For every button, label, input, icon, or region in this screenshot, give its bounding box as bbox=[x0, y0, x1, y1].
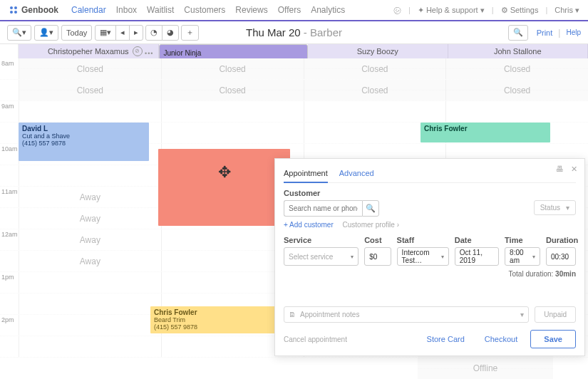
search-icon[interactable]: 🔍 bbox=[362, 200, 379, 217]
svg-point-3 bbox=[14, 11, 17, 14]
gauge1-button[interactable]: ◔ bbox=[145, 25, 163, 41]
customer-search-input[interactable] bbox=[284, 200, 362, 217]
add-button[interactable]: ＋ bbox=[181, 25, 199, 41]
calendar-view-button[interactable]: ▦▾ bbox=[95, 25, 116, 41]
service-select[interactable]: Select service▾ bbox=[284, 247, 359, 266]
event-fowler-2[interactable]: Chris Fowler Beard Trim (415) 557 9878 bbox=[150, 306, 275, 333]
nav-waitlist[interactable]: Waitlist bbox=[147, 5, 174, 15]
svg-point-0 bbox=[10, 6, 13, 9]
time-label: 8am bbox=[0, 58, 19, 79]
print-icon[interactable]: 🖶 bbox=[556, 165, 564, 174]
nav-links: Calendar Inbox Waitlist Customers Review… bbox=[71, 5, 345, 15]
settings-link[interactable]: ⚙ Settings bbox=[501, 6, 539, 15]
event-dragging[interactable]: ✥ bbox=[158, 149, 290, 226]
appointment-panel: 🖶 ✕ Appointment Advanced Customer 🔍 Stat… bbox=[274, 158, 585, 356]
genbook-logo-icon bbox=[9, 5, 19, 15]
status-dropdown[interactable]: Status▾ bbox=[534, 200, 576, 215]
date-input[interactable]: Oct 11, 2019 bbox=[455, 247, 499, 266]
time-label: 1pm bbox=[0, 272, 19, 293]
nav-customers[interactable]: Customers bbox=[184, 5, 225, 15]
calendar-toolbar: 🔍▾ 👤▾ Today ▦▾ ◂ ▸ ◔ ◕ ＋ Thu Mar 20 - Ba… bbox=[0, 21, 588, 44]
nav-offers[interactable]: Offers bbox=[278, 5, 301, 15]
move-cursor-icon: ✥ bbox=[218, 163, 231, 182]
user-menu[interactable]: Chris ▾ bbox=[555, 6, 579, 15]
staff-header[interactable]: Christopeher Maxamus⊘••• bbox=[19, 44, 159, 58]
brand-logo[interactable]: Genbook bbox=[9, 5, 58, 15]
tab-appointment[interactable]: Appointment bbox=[284, 166, 328, 183]
customer-label: Customer bbox=[284, 189, 576, 197]
next-button[interactable]: ▸ bbox=[129, 25, 143, 41]
time-label: 9am bbox=[0, 101, 19, 122]
add-customer-link[interactable]: + Add customer bbox=[284, 221, 334, 229]
prev-button[interactable]: ◂ bbox=[115, 25, 130, 41]
unpaid-button[interactable]: Unpaid bbox=[535, 306, 576, 323]
top-nav: Genbook Calendar Inbox Waitlist Customer… bbox=[0, 0, 588, 21]
tab-advanced[interactable]: Advanced bbox=[339, 166, 374, 182]
help-support-link[interactable]: ✦ Help & support ▾ bbox=[418, 6, 485, 15]
total-duration: Total duration: 30min bbox=[284, 270, 576, 278]
search-button[interactable]: 🔍 bbox=[508, 25, 528, 41]
time-label: 12am bbox=[0, 229, 19, 250]
help-link[interactable]: Help bbox=[566, 28, 581, 36]
nav-analytics[interactable]: Analytics bbox=[311, 5, 345, 15]
close-icon[interactable]: ✕ bbox=[571, 165, 577, 174]
time-select[interactable]: 8:00 am▾ bbox=[505, 247, 540, 266]
customer-profile-link[interactable]: Customer profile › bbox=[343, 221, 399, 229]
time-label: 10am bbox=[0, 144, 19, 165]
globe-icon[interactable]: ㋛ bbox=[393, 5, 401, 16]
gauge2-button[interactable]: ◕ bbox=[162, 25, 179, 41]
staff-select[interactable]: Intercom Test…▾ bbox=[397, 247, 449, 266]
zoom-button[interactable]: 🔍▾ bbox=[7, 25, 31, 41]
duration-input[interactable]: 00:30 bbox=[546, 247, 576, 266]
staff-header[interactable]: John Stallone bbox=[448, 44, 589, 58]
customer-search: 🔍 bbox=[284, 200, 379, 217]
event-david[interactable]: David L Cut and a Shave (415) 557 9878 bbox=[19, 123, 149, 161]
print-link[interactable]: Print bbox=[537, 28, 553, 37]
checkout-button[interactable]: Checkout bbox=[478, 331, 525, 348]
time-label: 2pm bbox=[0, 315, 19, 336]
svg-point-2 bbox=[10, 11, 13, 14]
nav-calendar[interactable]: Calendar bbox=[71, 5, 106, 15]
notes-icon: 🗎 bbox=[289, 311, 296, 318]
nav-inbox[interactable]: Inbox bbox=[116, 5, 137, 15]
save-button[interactable]: Save bbox=[530, 330, 576, 348]
store-card-button[interactable]: Store Card bbox=[420, 331, 472, 348]
cost-input[interactable]: $0 bbox=[364, 247, 391, 266]
cancel-appointment-link[interactable]: Cancel appointment bbox=[284, 336, 347, 343]
panel-tabs: Appointment Advanced bbox=[284, 166, 576, 183]
offline-block: Offline bbox=[418, 358, 553, 379]
svg-point-1 bbox=[14, 6, 17, 9]
toolbar-title: Thu Mar 20 - Barber bbox=[246, 26, 342, 38]
event-fowler-1[interactable]: Chris Fowler bbox=[421, 123, 550, 142]
staff-header-row: Christopeher Maxamus⊘••• Junior Ninja Su… bbox=[0, 44, 588, 58]
staff-badge-icon[interactable]: ⊘ bbox=[133, 46, 143, 56]
nav-reviews[interactable]: Reviews bbox=[235, 5, 267, 15]
staff-header[interactable]: Suzy Boozy bbox=[308, 44, 448, 58]
add-person-button[interactable]: 👤▾ bbox=[34, 25, 58, 41]
notes-input[interactable]: 🗎Appointment notes▾ bbox=[284, 306, 529, 323]
nav-right: ㋛ | ✦ Help & support ▾ | ⚙ Settings | Ch… bbox=[393, 5, 579, 16]
time-label: 11am bbox=[0, 187, 19, 207]
today-button[interactable]: Today bbox=[61, 25, 92, 41]
